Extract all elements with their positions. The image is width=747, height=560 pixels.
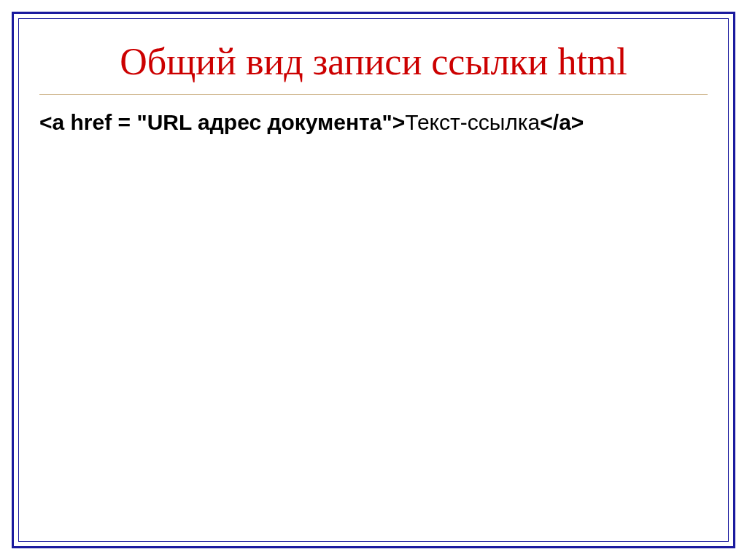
slide-body: <a href = "URL адрес документа">Текст-сс… <box>39 108 708 136</box>
code-close-tag: </a> <box>540 110 584 134</box>
slide-border-inner: Общий вид записи ссылки html <a href = "… <box>18 18 729 542</box>
code-link-text: Текст-ссылка <box>405 110 540 134</box>
slide-title: Общий вид записи ссылки html <box>39 41 708 95</box>
code-open-tag: <a href = "URL адрес документа"> <box>39 110 405 134</box>
slide-outer: Общий вид записи ссылки html <a href = "… <box>0 0 747 560</box>
slide-border-outer: Общий вид записи ссылки html <a href = "… <box>12 12 735 548</box>
